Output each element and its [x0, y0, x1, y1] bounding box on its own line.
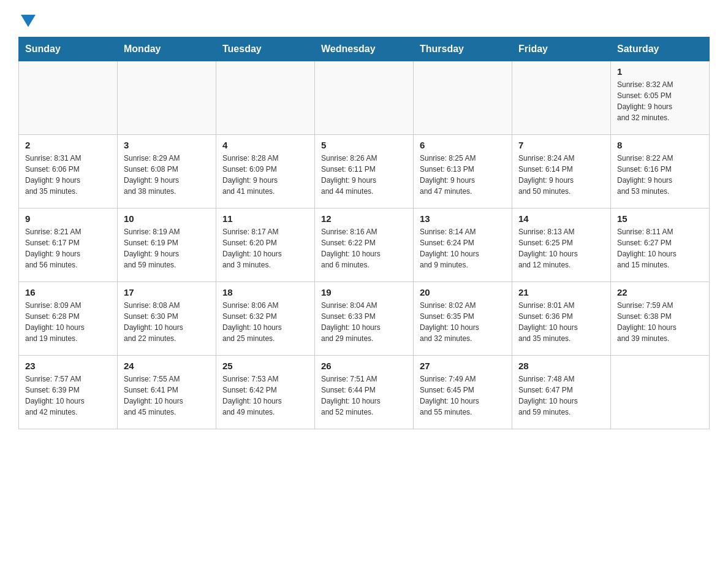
calendar-cell: 20Sunrise: 8:02 AM Sunset: 6:35 PM Dayli…: [414, 282, 512, 356]
calendar-cell: 22Sunrise: 7:59 AM Sunset: 6:38 PM Dayli…: [611, 282, 710, 356]
day-info: Sunrise: 7:55 AM Sunset: 6:41 PM Dayligh…: [124, 373, 210, 418]
weekday-header-thursday: Thursday: [414, 37, 512, 61]
calendar-cell: 2Sunrise: 8:31 AM Sunset: 6:06 PM Daylig…: [19, 135, 118, 209]
day-number: 12: [321, 213, 407, 224]
day-info: Sunrise: 8:09 AM Sunset: 6:28 PM Dayligh…: [25, 300, 111, 344]
calendar-cell: 13Sunrise: 8:14 AM Sunset: 6:24 PM Dayli…: [414, 209, 512, 282]
day-info: Sunrise: 8:28 AM Sunset: 6:09 PM Dayligh…: [222, 153, 308, 197]
calendar-cell: [118, 61, 216, 135]
weekday-header-tuesday: Tuesday: [216, 37, 315, 61]
calendar-cell: 26Sunrise: 7:51 AM Sunset: 6:44 PM Dayli…: [315, 356, 414, 429]
day-number: 28: [518, 361, 604, 371]
calendar-cell: 6Sunrise: 8:25 AM Sunset: 6:13 PM Daylig…: [414, 135, 512, 209]
calendar-cell: 23Sunrise: 7:57 AM Sunset: 6:39 PM Dayli…: [19, 356, 118, 429]
calendar-cell: 15Sunrise: 8:11 AM Sunset: 6:27 PM Dayli…: [611, 209, 710, 282]
day-number: 10: [124, 213, 210, 224]
calendar-cell: 3Sunrise: 8:29 AM Sunset: 6:08 PM Daylig…: [118, 135, 216, 209]
weekday-header-monday: Monday: [118, 37, 216, 61]
calendar-cell: 9Sunrise: 8:21 AM Sunset: 6:17 PM Daylig…: [19, 209, 118, 282]
day-info: Sunrise: 7:48 AM Sunset: 6:47 PM Dayligh…: [518, 373, 604, 418]
calendar-cell: 16Sunrise: 8:09 AM Sunset: 6:28 PM Dayli…: [19, 282, 118, 356]
week-row-2: 2Sunrise: 8:31 AM Sunset: 6:06 PM Daylig…: [19, 135, 710, 209]
day-number: 25: [222, 361, 308, 371]
day-number: 21: [518, 287, 604, 297]
day-info: Sunrise: 8:24 AM Sunset: 6:14 PM Dayligh…: [518, 153, 604, 197]
calendar-cell: [315, 61, 414, 135]
calendar-cell: [414, 61, 512, 135]
calendar-cell: 7Sunrise: 8:24 AM Sunset: 6:14 PM Daylig…: [512, 135, 611, 209]
day-number: 14: [518, 213, 604, 224]
day-number: 15: [617, 213, 703, 224]
day-number: 6: [420, 140, 506, 150]
calendar-cell: 19Sunrise: 8:04 AM Sunset: 6:33 PM Dayli…: [315, 282, 414, 356]
weekday-header-saturday: Saturday: [611, 37, 710, 61]
day-info: Sunrise: 7:49 AM Sunset: 6:45 PM Dayligh…: [420, 373, 506, 418]
calendar-cell: 24Sunrise: 7:55 AM Sunset: 6:41 PM Dayli…: [118, 356, 216, 429]
day-info: Sunrise: 8:14 AM Sunset: 6:24 PM Dayligh…: [420, 226, 506, 270]
day-info: Sunrise: 8:17 AM Sunset: 6:20 PM Dayligh…: [222, 226, 308, 270]
day-info: Sunrise: 7:51 AM Sunset: 6:44 PM Dayligh…: [321, 373, 407, 418]
day-number: 9: [25, 213, 111, 224]
day-number: 27: [420, 361, 506, 371]
weekday-header-row: SundayMondayTuesdayWednesdayThursdayFrid…: [19, 37, 710, 61]
day-info: Sunrise: 8:31 AM Sunset: 6:06 PM Dayligh…: [25, 153, 111, 197]
day-info: Sunrise: 8:22 AM Sunset: 6:16 PM Dayligh…: [617, 153, 703, 197]
day-number: 8: [617, 140, 703, 150]
calendar-cell: [19, 61, 118, 135]
calendar-cell: 10Sunrise: 8:19 AM Sunset: 6:19 PM Dayli…: [118, 209, 216, 282]
page-header: [18, 12, 710, 27]
day-number: 3: [124, 140, 210, 150]
day-info: Sunrise: 7:53 AM Sunset: 6:42 PM Dayligh…: [222, 373, 308, 418]
calendar-cell: 14Sunrise: 8:13 AM Sunset: 6:25 PM Dayli…: [512, 209, 611, 282]
day-number: 5: [321, 140, 407, 150]
logo: [18, 12, 36, 27]
calendar-cell: [216, 61, 315, 135]
weekday-header-sunday: Sunday: [19, 37, 118, 61]
week-row-4: 16Sunrise: 8:09 AM Sunset: 6:28 PM Dayli…: [19, 282, 710, 356]
day-info: Sunrise: 7:59 AM Sunset: 6:38 PM Dayligh…: [617, 300, 703, 344]
calendar-cell: 17Sunrise: 8:08 AM Sunset: 6:30 PM Dayli…: [118, 282, 216, 356]
day-number: 23: [25, 361, 111, 371]
day-info: Sunrise: 8:16 AM Sunset: 6:22 PM Dayligh…: [321, 226, 407, 270]
day-info: Sunrise: 8:29 AM Sunset: 6:08 PM Dayligh…: [124, 153, 210, 197]
calendar-cell: [611, 356, 710, 429]
day-number: 4: [222, 140, 308, 150]
week-row-5: 23Sunrise: 7:57 AM Sunset: 6:39 PM Dayli…: [19, 356, 710, 429]
calendar-cell: 4Sunrise: 8:28 AM Sunset: 6:09 PM Daylig…: [216, 135, 315, 209]
calendar-cell: 21Sunrise: 8:01 AM Sunset: 6:36 PM Dayli…: [512, 282, 611, 356]
day-number: 7: [518, 140, 604, 150]
day-number: 16: [25, 287, 111, 297]
day-info: Sunrise: 8:19 AM Sunset: 6:19 PM Dayligh…: [124, 226, 210, 270]
calendar-cell: [512, 61, 611, 135]
day-info: Sunrise: 8:13 AM Sunset: 6:25 PM Dayligh…: [518, 226, 604, 270]
day-number: 20: [420, 287, 506, 297]
day-info: Sunrise: 7:57 AM Sunset: 6:39 PM Dayligh…: [25, 373, 111, 418]
week-row-3: 9Sunrise: 8:21 AM Sunset: 6:17 PM Daylig…: [19, 209, 710, 282]
day-info: Sunrise: 8:32 AM Sunset: 6:05 PM Dayligh…: [617, 79, 703, 123]
day-number: 19: [321, 287, 407, 297]
day-info: Sunrise: 8:06 AM Sunset: 6:32 PM Dayligh…: [222, 300, 308, 344]
calendar-cell: 5Sunrise: 8:26 AM Sunset: 6:11 PM Daylig…: [315, 135, 414, 209]
day-number: 1: [617, 66, 703, 77]
calendar-table: SundayMondayTuesdayWednesdayThursdayFrid…: [18, 37, 710, 429]
calendar-cell: 25Sunrise: 7:53 AM Sunset: 6:42 PM Dayli…: [216, 356, 315, 429]
day-number: 17: [124, 287, 210, 297]
calendar-cell: 18Sunrise: 8:06 AM Sunset: 6:32 PM Dayli…: [216, 282, 315, 356]
calendar-cell: 28Sunrise: 7:48 AM Sunset: 6:47 PM Dayli…: [512, 356, 611, 429]
day-info: Sunrise: 8:11 AM Sunset: 6:27 PM Dayligh…: [617, 226, 703, 270]
logo-triangle-icon: [21, 15, 36, 27]
day-info: Sunrise: 8:26 AM Sunset: 6:11 PM Dayligh…: [321, 153, 407, 197]
calendar-cell: 1Sunrise: 8:32 AM Sunset: 6:05 PM Daylig…: [611, 61, 710, 135]
day-number: 13: [420, 213, 506, 224]
calendar-cell: 11Sunrise: 8:17 AM Sunset: 6:20 PM Dayli…: [216, 209, 315, 282]
day-number: 18: [222, 287, 308, 297]
weekday-header-wednesday: Wednesday: [315, 37, 414, 61]
weekday-header-friday: Friday: [512, 37, 611, 61]
day-info: Sunrise: 8:25 AM Sunset: 6:13 PM Dayligh…: [420, 153, 506, 197]
calendar-cell: 8Sunrise: 8:22 AM Sunset: 6:16 PM Daylig…: [611, 135, 710, 209]
calendar-cell: 27Sunrise: 7:49 AM Sunset: 6:45 PM Dayli…: [414, 356, 512, 429]
day-number: 26: [321, 361, 407, 371]
day-info: Sunrise: 8:04 AM Sunset: 6:33 PM Dayligh…: [321, 300, 407, 344]
day-number: 24: [124, 361, 210, 371]
day-info: Sunrise: 8:08 AM Sunset: 6:30 PM Dayligh…: [124, 300, 210, 344]
